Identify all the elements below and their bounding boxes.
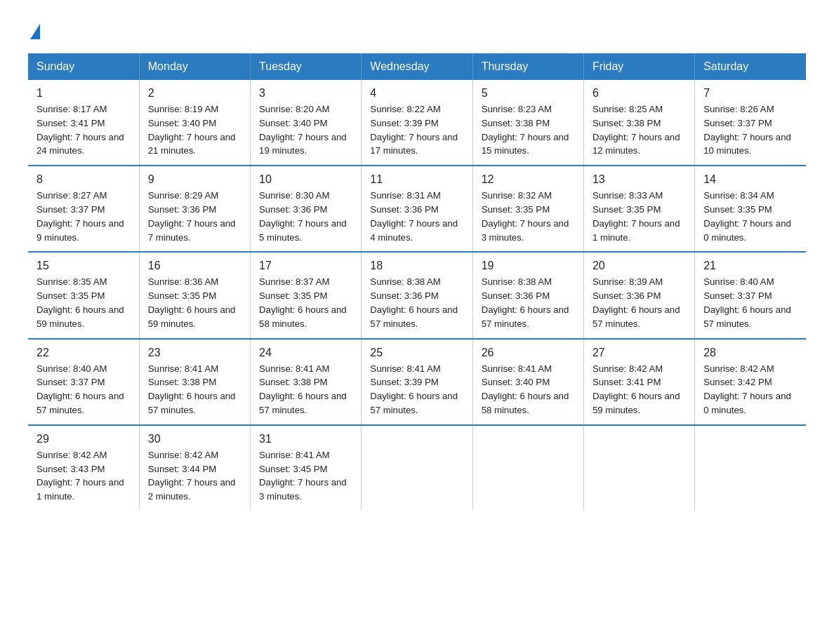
day-info: Sunrise: 8:17 AMSunset: 3:41 PMDaylight:… bbox=[37, 104, 124, 156]
day-info: Sunrise: 8:38 AMSunset: 3:36 PMDaylight:… bbox=[482, 276, 569, 328]
day-info: Sunrise: 8:23 AMSunset: 3:38 PMDaylight:… bbox=[482, 104, 569, 156]
calendar-cell: 7Sunrise: 8:26 AMSunset: 3:37 PMDaylight… bbox=[695, 80, 806, 166]
day-info: Sunrise: 8:27 AMSunset: 3:37 PMDaylight:… bbox=[37, 190, 124, 242]
day-number: 21 bbox=[703, 260, 797, 272]
week-row-4: 22Sunrise: 8:40 AMSunset: 3:37 PMDayligh… bbox=[28, 339, 806, 425]
day-number: 22 bbox=[37, 347, 131, 359]
day-info: Sunrise: 8:32 AMSunset: 3:35 PMDaylight:… bbox=[482, 190, 569, 242]
day-info: Sunrise: 8:41 AMSunset: 3:39 PMDaylight:… bbox=[370, 363, 458, 415]
day-info: Sunrise: 8:41 AMSunset: 3:38 PMDaylight:… bbox=[148, 363, 236, 415]
day-info: Sunrise: 8:29 AMSunset: 3:36 PMDaylight:… bbox=[148, 190, 236, 242]
day-number: 1 bbox=[37, 87, 131, 100]
calendar-cell: 4Sunrise: 8:22 AMSunset: 3:39 PMDaylight… bbox=[362, 80, 472, 166]
day-number: 11 bbox=[370, 173, 463, 186]
calendar-cell: 6Sunrise: 8:25 AMSunset: 3:38 PMDaylight… bbox=[583, 80, 694, 166]
header-saturday: Saturday bbox=[695, 53, 806, 80]
calendar-cell: 27Sunrise: 8:42 AMSunset: 3:41 PMDayligh… bbox=[583, 339, 694, 425]
day-info: Sunrise: 8:42 AMSunset: 3:43 PMDaylight:… bbox=[37, 450, 124, 502]
calendar-cell: 14Sunrise: 8:34 AMSunset: 3:35 PMDayligh… bbox=[695, 166, 806, 252]
logo bbox=[28, 21, 40, 39]
calendar-cell: 15Sunrise: 8:35 AMSunset: 3:35 PMDayligh… bbox=[28, 252, 139, 338]
calendar-cell: 5Sunrise: 8:23 AMSunset: 3:38 PMDaylight… bbox=[472, 80, 583, 166]
day-number: 24 bbox=[259, 347, 352, 359]
day-number: 9 bbox=[148, 173, 241, 186]
calendar-cell bbox=[695, 425, 806, 511]
day-info: Sunrise: 8:42 AMSunset: 3:41 PMDaylight:… bbox=[593, 363, 680, 415]
calendar-cell: 9Sunrise: 8:29 AMSunset: 3:36 PMDaylight… bbox=[139, 166, 250, 252]
day-info: Sunrise: 8:42 AMSunset: 3:42 PMDaylight:… bbox=[703, 363, 791, 415]
header-wednesday: Wednesday bbox=[362, 53, 472, 80]
day-number: 19 bbox=[482, 260, 575, 272]
header-tuesday: Tuesday bbox=[251, 53, 362, 80]
day-number: 7 bbox=[703, 87, 797, 100]
day-number: 18 bbox=[370, 260, 463, 272]
day-number: 27 bbox=[593, 347, 686, 359]
calendar-cell: 24Sunrise: 8:41 AMSunset: 3:38 PMDayligh… bbox=[251, 339, 362, 425]
day-info: Sunrise: 8:39 AMSunset: 3:36 PMDaylight:… bbox=[593, 276, 680, 328]
day-info: Sunrise: 8:38 AMSunset: 3:36 PMDaylight:… bbox=[370, 276, 458, 328]
day-number: 31 bbox=[259, 433, 352, 445]
day-number: 14 bbox=[703, 173, 797, 186]
calendar-cell: 1Sunrise: 8:17 AMSunset: 3:41 PMDaylight… bbox=[28, 80, 139, 166]
header-monday: Monday bbox=[139, 53, 250, 80]
calendar-cell: 26Sunrise: 8:41 AMSunset: 3:40 PMDayligh… bbox=[472, 339, 583, 425]
week-row-3: 15Sunrise: 8:35 AMSunset: 3:35 PMDayligh… bbox=[28, 252, 806, 338]
day-info: Sunrise: 8:42 AMSunset: 3:44 PMDaylight:… bbox=[148, 450, 236, 502]
day-number: 20 bbox=[593, 260, 686, 272]
day-number: 4 bbox=[370, 87, 463, 100]
day-number: 15 bbox=[37, 260, 131, 272]
calendar-cell: 18Sunrise: 8:38 AMSunset: 3:36 PMDayligh… bbox=[362, 252, 472, 338]
calendar-cell: 10Sunrise: 8:30 AMSunset: 3:36 PMDayligh… bbox=[251, 166, 362, 252]
header-friday: Friday bbox=[583, 53, 694, 80]
calendar-cell: 21Sunrise: 8:40 AMSunset: 3:37 PMDayligh… bbox=[695, 252, 806, 338]
day-info: Sunrise: 8:40 AMSunset: 3:37 PMDaylight:… bbox=[37, 363, 124, 415]
calendar-cell: 30Sunrise: 8:42 AMSunset: 3:44 PMDayligh… bbox=[139, 425, 250, 511]
calendar-header-row: SundayMondayTuesdayWednesdayThursdayFrid… bbox=[28, 53, 806, 80]
day-number: 29 bbox=[37, 433, 131, 445]
day-info: Sunrise: 8:40 AMSunset: 3:37 PMDaylight:… bbox=[703, 276, 791, 328]
day-number: 16 bbox=[148, 260, 241, 272]
day-info: Sunrise: 8:41 AMSunset: 3:45 PMDaylight:… bbox=[259, 450, 347, 502]
day-number: 2 bbox=[148, 87, 241, 100]
day-info: Sunrise: 8:20 AMSunset: 3:40 PMDaylight:… bbox=[259, 104, 347, 156]
calendar-cell bbox=[472, 425, 583, 511]
day-info: Sunrise: 8:41 AMSunset: 3:38 PMDaylight:… bbox=[259, 363, 347, 415]
calendar-cell: 22Sunrise: 8:40 AMSunset: 3:37 PMDayligh… bbox=[28, 339, 139, 425]
day-info: Sunrise: 8:36 AMSunset: 3:35 PMDaylight:… bbox=[148, 276, 236, 328]
week-row-2: 8Sunrise: 8:27 AMSunset: 3:37 PMDaylight… bbox=[28, 166, 806, 252]
day-info: Sunrise: 8:19 AMSunset: 3:40 PMDaylight:… bbox=[148, 104, 236, 156]
calendar-cell: 8Sunrise: 8:27 AMSunset: 3:37 PMDaylight… bbox=[28, 166, 139, 252]
day-info: Sunrise: 8:33 AMSunset: 3:35 PMDaylight:… bbox=[593, 190, 680, 242]
week-row-5: 29Sunrise: 8:42 AMSunset: 3:43 PMDayligh… bbox=[28, 425, 806, 511]
week-row-1: 1Sunrise: 8:17 AMSunset: 3:41 PMDaylight… bbox=[28, 80, 806, 166]
calendar-cell: 12Sunrise: 8:32 AMSunset: 3:35 PMDayligh… bbox=[472, 166, 583, 252]
calendar-cell: 13Sunrise: 8:33 AMSunset: 3:35 PMDayligh… bbox=[583, 166, 694, 252]
calendar-cell: 20Sunrise: 8:39 AMSunset: 3:36 PMDayligh… bbox=[583, 252, 694, 338]
day-info: Sunrise: 8:25 AMSunset: 3:38 PMDaylight:… bbox=[593, 104, 680, 156]
day-number: 6 bbox=[593, 87, 686, 100]
calendar-cell: 16Sunrise: 8:36 AMSunset: 3:35 PMDayligh… bbox=[139, 252, 250, 338]
calendar-cell: 31Sunrise: 8:41 AMSunset: 3:45 PMDayligh… bbox=[251, 425, 362, 511]
day-number: 12 bbox=[482, 173, 575, 186]
day-number: 8 bbox=[37, 173, 131, 186]
logo-triangle-icon bbox=[30, 24, 40, 39]
day-number: 23 bbox=[148, 347, 241, 359]
page-header bbox=[28, 21, 806, 39]
day-number: 30 bbox=[148, 433, 241, 445]
day-info: Sunrise: 8:31 AMSunset: 3:36 PMDaylight:… bbox=[370, 190, 458, 242]
calendar-cell: 29Sunrise: 8:42 AMSunset: 3:43 PMDayligh… bbox=[28, 425, 139, 511]
day-info: Sunrise: 8:26 AMSunset: 3:37 PMDaylight:… bbox=[703, 104, 791, 156]
day-number: 3 bbox=[259, 87, 352, 100]
calendar-cell bbox=[583, 425, 694, 511]
calendar-cell: 2Sunrise: 8:19 AMSunset: 3:40 PMDaylight… bbox=[139, 80, 250, 166]
calendar-cell: 25Sunrise: 8:41 AMSunset: 3:39 PMDayligh… bbox=[362, 339, 472, 425]
header-thursday: Thursday bbox=[472, 53, 583, 80]
day-number: 10 bbox=[259, 173, 352, 186]
day-number: 26 bbox=[482, 347, 575, 359]
day-info: Sunrise: 8:30 AMSunset: 3:36 PMDaylight:… bbox=[259, 190, 347, 242]
day-number: 28 bbox=[703, 347, 797, 359]
day-number: 17 bbox=[259, 260, 352, 272]
day-number: 5 bbox=[482, 87, 575, 100]
day-info: Sunrise: 8:41 AMSunset: 3:40 PMDaylight:… bbox=[482, 363, 569, 415]
day-number: 13 bbox=[593, 173, 686, 186]
